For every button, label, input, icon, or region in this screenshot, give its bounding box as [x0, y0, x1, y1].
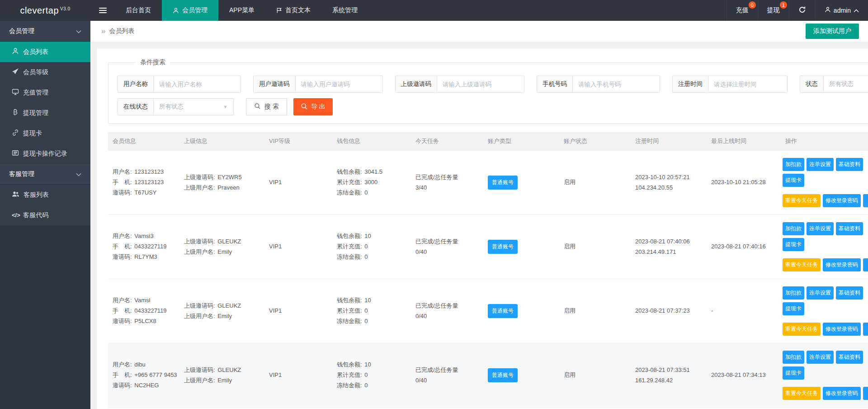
nav-item-app-menu[interactable]: APP菜单	[218, 0, 265, 21]
user-menu[interactable]: admin	[815, 0, 868, 21]
export-button[interactable]: 导 出	[293, 98, 333, 115]
topbar-right: 充值 0 提现 1 admin	[726, 0, 868, 21]
rocket-icon	[12, 68, 19, 76]
nav-item-home-text[interactable]: 首页文本	[265, 0, 321, 21]
wallet-info-cell: 钱包余额: 10 累计充值: 0 冻结金额: 0	[332, 215, 411, 279]
op-button[interactable]: 修改登录密码	[823, 258, 861, 271]
withdraw-link[interactable]: 提现 1	[758, 0, 789, 21]
ops-cell: 加扣款连单设置基础资料提现卡重置今天任务修改登录密码	[781, 343, 868, 408]
col-account-type: 账户类型	[483, 132, 559, 151]
op-button[interactable]: 重置今天任务	[783, 323, 821, 336]
sidebar-group-members[interactable]: 会员管理	[0, 21, 90, 42]
sidebar-item-recharge-mgmt[interactable]: 充值管理	[0, 82, 90, 103]
op-button[interactable]: 连单设置	[807, 351, 834, 364]
vip-level-cell: VIP1	[264, 279, 332, 343]
flag-icon	[276, 7, 282, 14]
vip-level-cell: VIP1	[264, 343, 332, 408]
username-input[interactable]	[154, 76, 241, 92]
nav-item-system[interactable]: 系统管理	[321, 0, 368, 21]
wallet-recharge: 0	[364, 307, 368, 314]
sidebar: 会员管理 会员列表 会员等级 充值管理 提现管理 提现卡	[0, 21, 90, 409]
account-type-cell: 普通账号	[483, 215, 559, 279]
clipped-button[interactable]	[863, 194, 868, 207]
chevron-down-icon	[76, 171, 81, 178]
sidebar-item-support-list[interactable]: 客服列表	[0, 185, 90, 205]
member-username: Vamsl	[134, 297, 150, 304]
op-button[interactable]: 连单设置	[807, 158, 834, 171]
op-button[interactable]: 提现卡	[783, 366, 804, 380]
parent-invite-code: GLEUKZ	[217, 238, 241, 245]
today-tasks-cell: 已完成/总任务量 3/40	[411, 151, 483, 215]
col-parent-info: 上级信息	[179, 132, 264, 151]
op-button[interactable]: 提现卡	[783, 302, 804, 315]
search-legend: 条件搜索	[136, 58, 170, 67]
register-time: 2023-08-21 07:40:06	[635, 237, 702, 247]
op-button[interactable]: 重置今天任务	[783, 387, 821, 400]
clipped-button[interactable]	[863, 323, 868, 336]
tasks-value: 0/40	[415, 247, 479, 257]
member-info-cell: 用户名: Vamsi3 手 机: 0433227119 邀请码: RL7YM3	[108, 215, 179, 279]
main-area: » 会员列表 添加测试用户 条件搜索 用户名称 用户邀请	[90, 21, 868, 409]
op-button[interactable]: 重置今天任务	[783, 258, 821, 271]
col-vip-level: VIP等级	[264, 132, 332, 151]
search-button[interactable]: 搜 索	[246, 98, 287, 115]
last-online-time: 2023-08-21 07:40:16	[711, 243, 766, 250]
sidebar-item-withdraw-card[interactable]: 提现卡	[0, 123, 90, 143]
table-row: 用户名: dibu 手 机: +965 6777 9453 邀请码: NC2HE…	[108, 343, 868, 408]
op-button[interactable]: 加扣款	[783, 222, 804, 235]
clipped-button[interactable]	[863, 387, 868, 400]
filter-phone: 手机号码	[537, 76, 660, 93]
op-button[interactable]: 加扣款	[783, 158, 804, 171]
parent-invite-code-input[interactable]	[437, 76, 524, 92]
wallet-info-cell: 钱包余额: 10 累计充值: 0 冻结金额: 0	[332, 279, 411, 343]
register-time-input[interactable]	[708, 76, 787, 92]
nav-item-dashboard[interactable]: 后台首页	[115, 0, 162, 21]
nav-item-members[interactable]: 会员管理	[162, 0, 218, 21]
op-button[interactable]: 连单设置	[807, 286, 834, 300]
op-button[interactable]: 修改登录密码	[823, 194, 861, 207]
phone-input[interactable]	[573, 76, 660, 92]
op-button[interactable]: 加扣款	[783, 351, 804, 364]
user-invite-code-input[interactable]	[296, 76, 382, 92]
op-button[interactable]: 连单设置	[807, 222, 834, 235]
status-select[interactable]: 所有状态 ▼	[824, 76, 868, 92]
refresh-button[interactable]	[789, 0, 815, 21]
op-button[interactable]: 修改登录密码	[823, 387, 861, 400]
username-text: admin	[834, 7, 851, 14]
op-button[interactable]: 加扣款	[783, 286, 804, 300]
table-row: 用户名: 123123123 手 机: 123123123 邀请码: T67US…	[108, 151, 868, 215]
account-type-cell: 普通账号	[483, 279, 559, 343]
last-online-cell: -	[707, 279, 781, 343]
sidebar-item-withdraw-card-log[interactable]: 提现卡操作记录	[0, 143, 90, 164]
add-test-user-button[interactable]: 添加测试用户	[806, 24, 859, 39]
filter-row-2: 在线状态 所有状态 ▼ 搜 索	[118, 98, 868, 115]
vip-level: VIP1	[269, 243, 282, 250]
parent-invite-code: EY2WR5	[217, 174, 241, 181]
app-root: clevertapV3.0 后台首页 会员管理 APP菜单 首页文本 系统管理 …	[0, 0, 868, 409]
op-button[interactable]: 基础资料	[836, 158, 863, 171]
op-button[interactable]: 重置今天任务	[783, 194, 821, 207]
sidebar-group-support[interactable]: 客服管理	[0, 164, 90, 185]
code-icon: </>	[12, 212, 19, 219]
op-button[interactable]: 基础资料	[836, 222, 863, 235]
account-status-cell: 启用	[559, 343, 631, 408]
clipped-button[interactable]	[863, 258, 868, 271]
online-status-select[interactable]: 所有状态 ▼	[154, 99, 233, 115]
account-type-badge: 普通账号	[488, 240, 518, 254]
member-phone: +965 6777 9453	[134, 371, 177, 378]
account-type-badge: 普通账号	[488, 368, 518, 382]
sidebar-item-member-level[interactable]: 会员等级	[0, 62, 90, 82]
sidebar-item-support-code[interactable]: </> 客服代码	[0, 205, 90, 225]
op-button[interactable]: 提现卡	[783, 174, 804, 187]
op-button[interactable]: 提现卡	[783, 238, 804, 251]
sidebar-item-member-list[interactable]: 会员列表	[0, 42, 90, 62]
op-button[interactable]: 基础资料	[836, 351, 863, 364]
op-button[interactable]: 修改登录密码	[823, 323, 861, 336]
wallet-balance: 10	[364, 361, 371, 368]
hamburger-icon[interactable]	[90, 0, 115, 21]
table-body: 用户名: 123123123 手 机: 123123123 邀请码: T67US…	[108, 151, 868, 409]
recharge-link[interactable]: 充值 0	[726, 0, 758, 21]
account-type-badge: 普通账号	[488, 304, 518, 318]
op-button[interactable]: 基础资料	[836, 286, 863, 300]
sidebar-item-withdraw-mgmt[interactable]: 提现管理	[0, 103, 90, 123]
